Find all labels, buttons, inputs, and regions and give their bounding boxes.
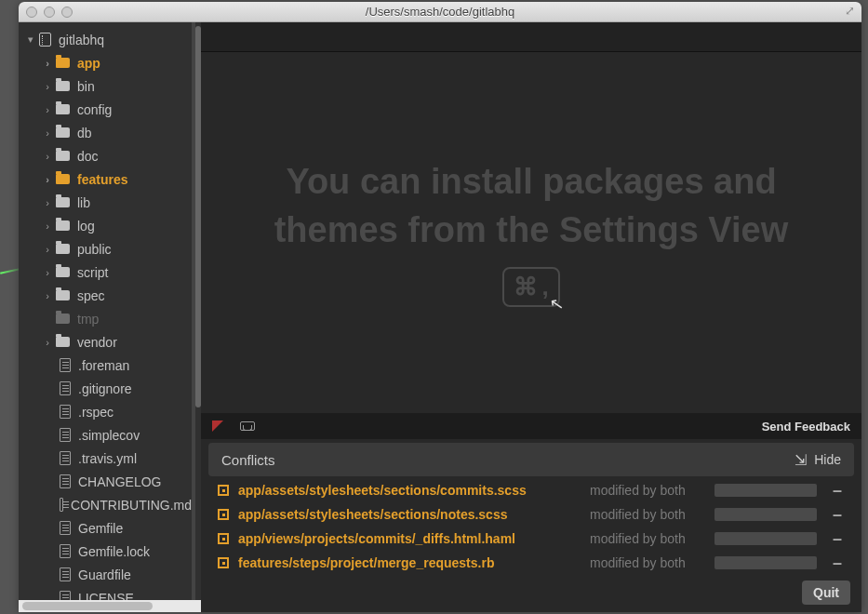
tree-folder[interactable]: ›app	[19, 51, 192, 74]
tree-root-label: gitlabhq	[59, 33, 104, 47]
chevron-down-icon: ▾	[26, 33, 35, 46]
tree-folder[interactable]: ›lib	[19, 191, 192, 214]
tree-item-label: Gemfile.lock	[78, 544, 150, 559]
repo-icon	[39, 33, 51, 47]
tree-item-label: LICENSE	[78, 591, 134, 601]
tree-file[interactable]: Guardfile	[19, 563, 192, 586]
inbox-icon[interactable]	[240, 421, 255, 431]
send-feedback-link[interactable]: Send Feedback	[762, 420, 850, 434]
tree-folder[interactable]: ›spec	[19, 284, 192, 307]
tree-root[interactable]: ▾gitlabhq	[19, 28, 192, 51]
tree-folder[interactable]: ›bin	[19, 74, 192, 98]
conflict-file-icon	[218, 509, 229, 520]
conflict-path: app/views/projects/commits/_diffs.html.h…	[238, 531, 590, 546]
tree-file[interactable]: .gitignore	[19, 377, 192, 400]
chevron-right-icon: ›	[43, 151, 52, 162]
tree-item-label: doc	[77, 149, 99, 164]
tree-file[interactable]: .rspec	[19, 400, 192, 423]
conflicts-title: Conflicts	[221, 452, 275, 468]
chevron-right-icon: ›	[43, 174, 52, 185]
conflict-row[interactable]: features/steps/project/merge_requests.rb…	[201, 551, 861, 575]
folder-icon	[56, 314, 70, 324]
tree-item-label: CHANGELOG	[78, 474, 161, 489]
folder-icon	[56, 58, 70, 68]
tree-item-label: config	[77, 102, 112, 117]
tree-item-label: .rspec	[78, 405, 114, 420]
tree-file[interactable]: .travis.yml	[19, 447, 192, 470]
conflict-collapse-icon[interactable]: –	[830, 505, 845, 525]
folder-icon	[56, 337, 70, 347]
tree-folder[interactable]: ›public	[19, 237, 192, 260]
welcome-pane: You can install packages and themes from…	[201, 52, 861, 413]
tree-item-label: features	[77, 172, 127, 187]
tree-folder[interactable]: ›config	[19, 98, 192, 121]
chevron-right-icon: ›	[43, 81, 52, 92]
tree-folder[interactable]: ›doc	[19, 144, 192, 167]
conflicts-panel: Conflicts ⇲ Hide app/assets/stylesheets/…	[201, 439, 861, 612]
tree-file[interactable]: CONTRIBUTING.md	[19, 493, 192, 516]
tree-item-label: log	[77, 219, 95, 234]
zoom-window-icon[interactable]	[61, 7, 73, 18]
minimize-window-icon[interactable]	[44, 7, 55, 18]
status-indicator-icon[interactable]	[212, 420, 223, 432]
tree-item-label: spec	[77, 288, 105, 303]
tree-item-label: script	[77, 265, 108, 280]
folder-icon	[56, 127, 70, 138]
close-window-icon[interactable]	[26, 7, 37, 18]
conflict-status: modified by both	[590, 555, 701, 570]
collapse-icon: ⇲	[795, 451, 807, 469]
chevron-right-icon: ›	[43, 127, 52, 139]
tree-item-label: vendor	[77, 335, 117, 350]
tree-item-label: .travis.yml	[78, 451, 137, 466]
folder-icon	[56, 197, 70, 207]
conflict-row[interactable]: app/assets/stylesheets/sections/notes.sc…	[201, 502, 861, 527]
tree-item-label: tmp	[77, 312, 99, 327]
welcome-message: You can install packages and themes from…	[201, 158, 861, 254]
quit-button[interactable]: Quit	[802, 581, 850, 605]
tree-file[interactable]: .simplecov	[19, 423, 192, 447]
tree-item-label: bin	[77, 79, 95, 94]
tree-folder[interactable]: ›script	[19, 260, 192, 284]
main-area: You can install packages and themes from…	[201, 22, 861, 612]
folder-icon	[56, 174, 70, 184]
titlebar[interactable]: /Users/smash/code/gitlabhq ⤢	[19, 2, 861, 22]
folder-icon	[56, 290, 70, 300]
hide-conflicts-button[interactable]: ⇲ Hide	[795, 451, 841, 469]
file-tree-sidebar: ▾gitlabhq›app›bin›config›db›doc›features…	[19, 22, 201, 612]
file-icon	[60, 451, 71, 465]
tree-file[interactable]: Gemfile.lock	[19, 540, 192, 563]
tree-folder[interactable]: ›db	[19, 121, 192, 144]
tree-file[interactable]: CHANGELOG	[19, 470, 192, 493]
chevron-right-icon: ›	[43, 244, 52, 255]
tree-folder[interactable]: ›tmp	[19, 307, 192, 330]
conflict-path: app/assets/stylesheets/sections/commits.…	[238, 483, 590, 498]
file-icon	[60, 567, 71, 581]
file-icon	[60, 381, 71, 395]
tree-file[interactable]: Gemfile	[19, 516, 192, 540]
tree-folder[interactable]: ›log	[19, 214, 192, 237]
tree-file[interactable]: LICENSE	[19, 586, 192, 600]
conflict-file-icon	[218, 557, 229, 568]
chevron-right-icon: ›	[43, 220, 52, 232]
sidebar-horizontal-scrollbar[interactable]	[19, 600, 201, 612]
conflict-row[interactable]: app/views/projects/commits/_diffs.html.h…	[201, 527, 861, 551]
tree-folder[interactable]: ›vendor	[19, 330, 192, 354]
chevron-right-icon: ›	[43, 267, 52, 278]
maximize-icon[interactable]: ⤢	[843, 5, 856, 18]
command-key-icon: ⌘	[514, 273, 538, 301]
folder-icon	[56, 151, 70, 161]
conflict-row[interactable]: app/assets/stylesheets/sections/commits.…	[201, 478, 861, 502]
tree-item-label: public	[77, 242, 112, 257]
conflict-collapse-icon[interactable]: –	[830, 529, 845, 549]
conflict-progress	[714, 508, 817, 521]
file-icon	[60, 405, 71, 419]
folder-icon	[56, 220, 70, 231]
chevron-right-icon: ›	[43, 58, 52, 69]
tabs-bar[interactable]	[201, 22, 861, 52]
chevron-right-icon: ›	[43, 197, 52, 208]
tree-file[interactable]: .foreman	[19, 354, 192, 377]
tree-folder[interactable]: ›features	[19, 167, 192, 191]
conflict-collapse-icon[interactable]: –	[830, 554, 845, 573]
conflict-status: modified by both	[590, 531, 701, 546]
conflict-collapse-icon[interactable]: –	[830, 481, 845, 501]
